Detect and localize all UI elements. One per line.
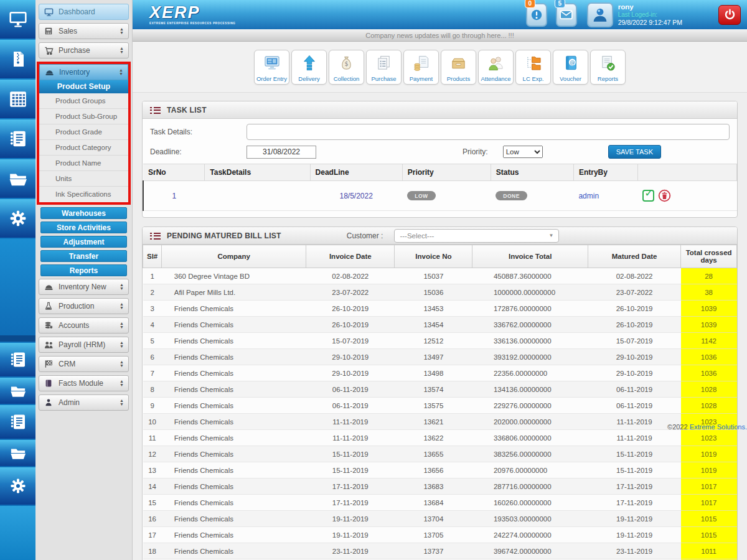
- logo-text: XERP: [149, 4, 236, 21]
- save-task-button[interactable]: SAVE TASK: [608, 145, 661, 159]
- bill-cell-crossed-days: 1023: [681, 430, 737, 446]
- bill-row: 13 Friends Chemicals 15-11-2019 13656 20…: [143, 462, 737, 478]
- strip-notebook3-tile[interactable]: [0, 405, 35, 439]
- bill-row: 18 Friends Chemicals 23-11-2019 13737 39…: [143, 543, 737, 559]
- strip-divider: [0, 335, 35, 342]
- sidebar-item-inventory[interactable]: Inventory ▲▼: [39, 64, 128, 80]
- bill-cell-invoice-no: 13575: [395, 398, 472, 414]
- sidebar-item-production[interactable]: Production ▲▼: [39, 298, 129, 314]
- submenu-item-product-grade[interactable]: Product Grade: [39, 124, 128, 140]
- bill-cell-company: Friends Chemicals: [162, 398, 306, 414]
- notebook-icon: [9, 129, 27, 148]
- strip-folder-tile[interactable]: [0, 159, 35, 198]
- entryby-link[interactable]: admin: [578, 192, 599, 200]
- bill-cell-invoice-date: 17-11-2019: [306, 495, 395, 511]
- order-entry-icon: [263, 50, 281, 75]
- calculator-icon: [44, 26, 54, 36]
- company-link[interactable]: Extreme Solutions.: [690, 423, 747, 431]
- strip-folder3-tile[interactable]: [0, 440, 35, 466]
- task-details-input[interactable]: [247, 124, 730, 140]
- header-right-controls: 0 5 rony Last Loged-in: 29/8/2022 9:12:4…: [526, 2, 741, 27]
- priority-select[interactable]: Low: [503, 146, 543, 158]
- bill-cell-matured-date: 19-11-2019: [588, 511, 680, 527]
- sidebar-button-store-activities[interactable]: Store Activities: [40, 222, 127, 233]
- bill-cell-sl: 7: [143, 365, 162, 381]
- sidebar-button-warehouses[interactable]: Warehouses: [40, 207, 127, 219]
- sidebar-item-purchase[interactable]: Purchase ▲▼: [39, 42, 129, 58]
- toolbar-button-attendance[interactable]: Attendance: [478, 50, 514, 85]
- bill-cell-invoice-total: 193503.00000000: [472, 511, 588, 527]
- submenu-item-product-name[interactable]: Product Name: [39, 156, 128, 171]
- bill-cell-invoice-date: 23-07-2022: [306, 284, 395, 301]
- customer-select[interactable]: ---Select--- ▼: [394, 229, 559, 243]
- strip-monitor-tile[interactable]: [0, 0, 35, 39]
- mark-done-icon[interactable]: [642, 190, 654, 202]
- profile-button[interactable]: [587, 2, 613, 27]
- notebook-icon: [9, 351, 27, 368]
- avatar: [592, 7, 608, 23]
- submenu-item-units[interactable]: Units: [39, 171, 128, 187]
- toolbar-button-lc-exp[interactable]: LC Exp.: [515, 50, 551, 85]
- sidebar-button-reports[interactable]: Reports: [40, 264, 127, 276]
- delete-icon[interactable]: [658, 189, 671, 202]
- strip-zip-document-tile[interactable]: [0, 40, 35, 78]
- bill-cell-invoice-total: 450887.36000000: [472, 268, 588, 284]
- bill-row: 9 Friends Chemicals 06-11-2019 13575 229…: [143, 398, 737, 414]
- bill-panel-title: PENDING MATURED BILL LIST: [167, 231, 281, 240]
- bill-cell-sl: 13: [143, 462, 162, 478]
- strip-calendar-tile[interactable]: [0, 80, 35, 118]
- task-details-cell: [205, 181, 310, 211]
- toolbar-button-reports[interactable]: Reports: [590, 50, 626, 85]
- sidebar-item-admin[interactable]: Admin ▲▼: [39, 394, 129, 411]
- strip-folder2-tile[interactable]: [0, 378, 35, 404]
- toolbar-button-order-entry[interactable]: Order Entry: [254, 50, 289, 85]
- messages-button[interactable]: 5: [556, 3, 577, 27]
- bill-cell-matured-date: 17-11-2019: [588, 478, 680, 495]
- sidebar-item-payroll-hrm[interactable]: Payroll (HRM) ▲▼: [39, 337, 129, 353]
- flask-icon: [44, 301, 54, 311]
- bill-cell-invoice-no: 13621: [395, 414, 472, 430]
- payment-icon: [413, 50, 430, 75]
- submenu-item-ink-specifications[interactable]: Ink Specifications: [39, 187, 128, 202]
- cart-icon: [44, 45, 54, 55]
- expand-arrows-icon: ▲▼: [120, 302, 124, 310]
- toolbar-button-payment[interactable]: Payment: [403, 50, 439, 85]
- strip-gear2-tile[interactable]: [0, 467, 35, 505]
- deadline-input[interactable]: [247, 146, 316, 159]
- book-icon: [44, 378, 54, 388]
- xerp-app: Dashboard Sales ▲▼ Purchase ▲▼ Inventory…: [0, 0, 747, 560]
- product-setup-header[interactable]: Product Setup: [39, 80, 128, 93]
- sidebar-button-transfer[interactable]: Transfer: [40, 250, 127, 262]
- task-srno: 1: [143, 181, 205, 211]
- lc-exp-icon: [525, 50, 542, 75]
- toolbar-button-voucher[interactable]: @ Voucher: [553, 50, 588, 85]
- strip-notebook-tile[interactable]: [0, 119, 35, 158]
- sidebar-button-adjustment[interactable]: Adjustment: [40, 236, 127, 248]
- person-icon: [44, 398, 54, 408]
- strip-notebook2-tile[interactable]: [0, 343, 35, 376]
- submenu-item-product-category[interactable]: Product Category: [39, 140, 128, 156]
- toolbar-button-purchase[interactable]: Purchase: [366, 50, 402, 85]
- alerts-button[interactable]: 0: [526, 3, 547, 27]
- bill-cell-invoice-total: 336762.00000000: [472, 317, 588, 333]
- sidebar-item-facts-module[interactable]: Facts Module ▲▼: [39, 375, 129, 391]
- sidebar-item-sales[interactable]: Sales ▲▼: [39, 23, 129, 39]
- toolbar-button-delivery[interactable]: Delivery: [291, 50, 327, 85]
- sidebar-item-label: Sales: [59, 27, 115, 35]
- sidebar-item-crm[interactable]: CRM ▲▼: [39, 356, 129, 372]
- submenu-item-product-sub-group[interactable]: Product Sub-Group: [39, 109, 128, 124]
- task-deadline-cell: 18/5/2022: [310, 181, 402, 211]
- sidebar-item-inventory-new[interactable]: Inventory New ▲▼: [39, 279, 129, 295]
- toolbar-button-collection[interactable]: $ Collection: [329, 50, 364, 85]
- task-list-panel: TASK LIST Task Details: Deadline: Priori…: [142, 101, 738, 218]
- strip-gear-tile[interactable]: [0, 199, 35, 238]
- logout-button[interactable]: [718, 5, 741, 25]
- sidebar-item-dashboard[interactable]: Dashboard: [39, 4, 129, 20]
- submenu-item-product-groups[interactable]: Product Groups: [39, 93, 128, 109]
- sidebar-item-accounts[interactable]: Accounts ▲▼: [39, 317, 129, 334]
- bill-cell-company: Friends Chemicals: [162, 414, 306, 430]
- toolbar-button-products[interactable]: Products: [441, 50, 476, 85]
- bill-cell-matured-date: 19-11-2019: [588, 527, 680, 543]
- bill-cell-invoice-no: 15036: [395, 284, 472, 301]
- bill-cell-crossed-days: 1019: [681, 462, 737, 478]
